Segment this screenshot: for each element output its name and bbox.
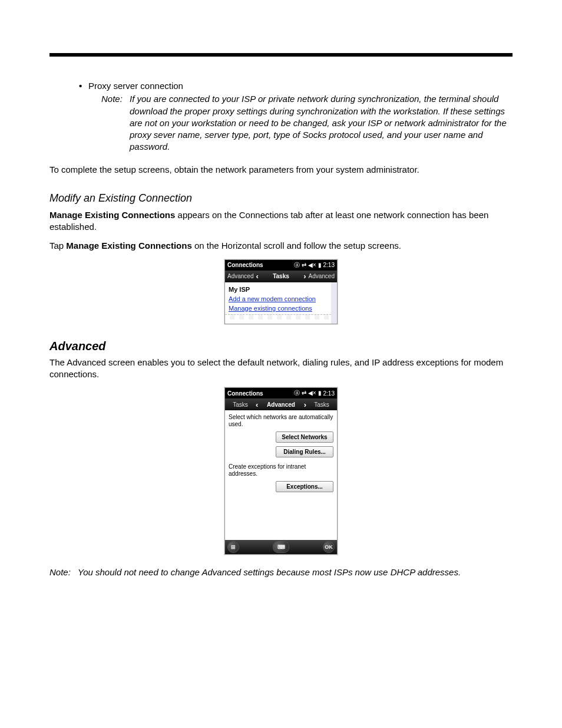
s2-tabs: Tasks ‹ Advanced › Tasks (225, 398, 337, 410)
keyboard-icon[interactable]: ⌨ (273, 541, 289, 553)
s2-status-icons: ⓐ ⇄ ◀× ▮ 2:13 (294, 390, 335, 397)
ok-button[interactable]: OK (323, 541, 335, 553)
para-tap-pre: Tap (49, 241, 66, 251)
exceptions-button[interactable]: Exceptions... (276, 481, 333, 492)
screenshot-1: Connections ⓐ ⇄ ◀× ▮ 2:13 Advanced ‹ Tas… (224, 259, 338, 324)
s1-titlebar: Connections ⓐ ⇄ ◀× ▮ 2:13 (225, 260, 337, 271)
para-tap-bold: Manage Existing Connections (66, 241, 191, 251)
para-modify-bold: Manage Existing Connections (49, 210, 175, 220)
heading-advanced: Advanced (49, 340, 513, 353)
sync-icon: ⇄ (302, 390, 306, 396)
s1-time: 2:13 (323, 262, 335, 268)
para-tap: Tap Manage Existing Connections on the H… (49, 240, 513, 252)
chevron-right-icon[interactable]: › (302, 400, 309, 409)
note2-body: You should not need to change Advanced s… (78, 566, 461, 578)
note-proxy: Note: If you are connected to your ISP o… (49, 93, 513, 153)
note-dhcp: Note: You should not need to change Adva… (49, 566, 513, 578)
select-networks-button[interactable]: Select Networks (276, 431, 333, 443)
chevron-left-icon[interactable]: ‹ (253, 400, 260, 409)
s1-title: Connections (227, 262, 263, 268)
page: • Proxy server connection Note: If you a… (0, 0, 562, 728)
mute-icon: ◀× (308, 262, 316, 268)
bullet-text: Proxy server connection (88, 80, 183, 92)
screenshot-2-wrap: Connections ⓐ ⇄ ◀× ▮ 2:13 Tasks ‹ Advanc… (49, 387, 513, 555)
s2-titlebar: Connections ⓐ ⇄ ◀× ▮ 2:13 (225, 388, 337, 398)
s2-text-exceptions: Create exceptions for intranet addresses… (229, 463, 333, 477)
para-advanced: The Advanced screen enables you to selec… (49, 357, 513, 381)
battery-icon: ▮ (318, 390, 322, 396)
dialing-rules-button[interactable]: Dialing Rules... (276, 446, 333, 457)
signal-icon: ⓐ (294, 262, 300, 268)
start-icon[interactable]: ⊞ (227, 541, 239, 553)
torn-edge (225, 314, 331, 319)
s2-tab-right[interactable]: Tasks (309, 401, 335, 408)
signal-icon: ⓐ (294, 390, 300, 396)
para-tap-post: on the Horizontal scroll and follow the … (192, 241, 401, 251)
screenshot-2: Connections ⓐ ⇄ ◀× ▮ 2:13 Tasks ‹ Advanc… (224, 387, 338, 555)
s1-status-icons: ⓐ ⇄ ◀× ▮ 2:13 (294, 262, 335, 268)
s2-body: Select which networks are automatically … (225, 410, 337, 540)
para-modify: Manage Existing Connections appears on t… (49, 209, 513, 233)
header-rule (49, 53, 513, 57)
s1-body: My ISP Add a new modem connection Manage… (225, 282, 337, 324)
s2-text-networks: Select which networks are automatically … (229, 414, 333, 428)
bullet-item: • Proxy server connection (79, 80, 513, 92)
s1-link-manage-existing[interactable]: Manage existing connections (229, 305, 328, 312)
s1-tab-center[interactable]: Tasks (261, 273, 301, 279)
sync-icon: ⇄ (302, 262, 306, 268)
note-label: Note: (101, 93, 130, 105)
chevron-right-icon[interactable]: › (301, 272, 308, 281)
mute-icon: ◀× (308, 390, 316, 396)
s2-title: Connections (227, 390, 263, 397)
para-setup: To complete the setup screens, obtain th… (49, 164, 513, 176)
heading-modify: Modify an Existing Connection (49, 192, 513, 205)
note2-label: Note: (49, 566, 78, 578)
s2-bottombar: ⊞ ⌨ OK (225, 540, 337, 554)
s1-tab-left[interactable]: Advanced (227, 273, 253, 279)
s2-tab-center[interactable]: Advanced (260, 401, 301, 408)
note-body: If you are connected to your ISP or priv… (130, 93, 513, 153)
s2-tab-left[interactable]: Tasks (227, 401, 253, 408)
s2-time: 2:13 (323, 390, 335, 397)
battery-icon: ▮ (318, 262, 322, 268)
s1-group-title: My ISP (229, 286, 328, 293)
s1-link-add-modem[interactable]: Add a new modem connection (229, 295, 328, 302)
chevron-left-icon[interactable]: ‹ (253, 272, 260, 281)
bullet-dot: • (79, 80, 88, 92)
screenshot-1-wrap: Connections ⓐ ⇄ ◀× ▮ 2:13 Advanced ‹ Tas… (49, 259, 513, 324)
s1-tabs: Advanced ‹ Tasks › Advanced (225, 271, 337, 282)
s1-tab-right[interactable]: Advanced (309, 273, 335, 279)
